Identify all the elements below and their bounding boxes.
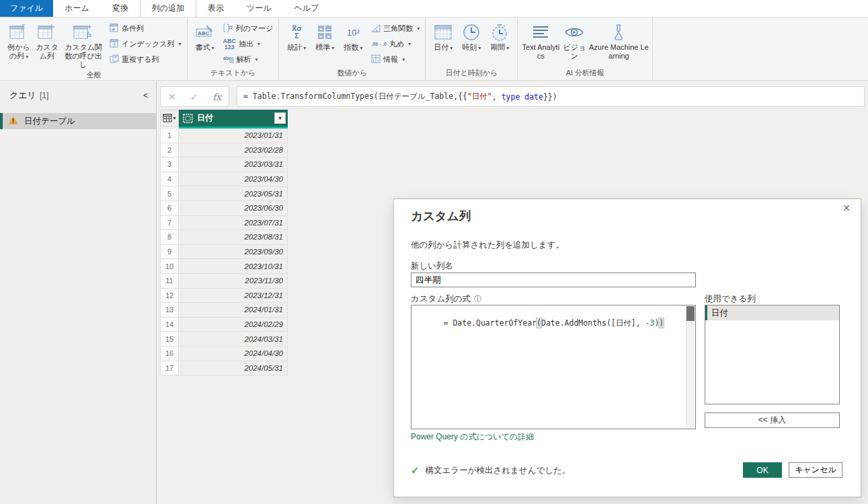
date-cell[interactable]: 2024/03/31 — [179, 332, 288, 347]
row-number[interactable]: 11 — [160, 274, 179, 289]
scientific-button[interactable]: 10² 指数▾ — [339, 18, 367, 52]
azure-ml-button[interactable]: Azure Machine Learning — [588, 18, 649, 61]
time-button[interactable]: 時刻▾ — [457, 18, 485, 52]
column-from-examples-button[interactable]: 例からの列▾ — [5, 18, 33, 61]
vision-button[interactable]: ビジョン — [560, 18, 588, 61]
available-columns-listbox[interactable]: 日付 — [705, 305, 840, 404]
power-query-help-link[interactable]: Power Query の式についての詳細 — [411, 431, 534, 443]
conditional-column-button[interactable]: ⇄ 条件列 — [108, 21, 184, 36]
button-label: インデックス列 — [122, 39, 175, 49]
row-number[interactable]: 1 — [160, 129, 179, 143]
close-dialog-icon[interactable]: ✕ — [842, 203, 851, 213]
row-number[interactable]: 2 — [160, 143, 179, 158]
row-number[interactable]: 7 — [160, 216, 179, 231]
tab-add-column[interactable]: 列の追加 — [140, 0, 196, 17]
fx-icon[interactable]: fx — [212, 92, 221, 102]
cancel-formula-icon[interactable]: ✕ — [168, 92, 176, 102]
row-number[interactable]: 9 — [160, 245, 179, 260]
dialog-title: カスタム列 — [411, 208, 471, 224]
select-all-table-button[interactable]: ▾ — [160, 110, 179, 127]
trigonometry-button[interactable]: 三角関数 ▾ — [369, 21, 422, 36]
scrollbar-thumb[interactable] — [686, 306, 695, 321]
row-number[interactable]: 4 — [160, 172, 179, 187]
group-label-ai-insights: AI 分析情報 — [521, 67, 649, 80]
tab-view[interactable]: 表示 — [196, 0, 235, 17]
formula-token: -3 — [645, 318, 655, 328]
extract-button[interactable]: ABC123 抽出 ▾ — [221, 36, 276, 52]
row-number[interactable]: 13 — [160, 303, 179, 318]
column-filter-button[interactable]: ▾ — [274, 112, 286, 124]
date-cell[interactable]: 2023/07/31 — [179, 216, 288, 231]
row-number[interactable]: 8 — [160, 230, 179, 245]
table-row: 132024/01/31 — [160, 303, 288, 318]
information-button[interactable]: 1+ 情報 ▾ — [369, 52, 422, 67]
insert-column-button[interactable]: << 挿入 — [705, 412, 840, 428]
formula-scrollbar[interactable] — [686, 306, 695, 428]
row-number[interactable]: 10 — [160, 259, 179, 274]
tab-tools[interactable]: ツール — [235, 0, 283, 17]
tab-help[interactable]: ヘルプ — [283, 0, 331, 17]
button-label: 条件列 — [122, 24, 144, 34]
date-cell[interactable]: 2023/10/31 — [179, 259, 288, 274]
commit-formula-icon[interactable]: ✓ — [190, 92, 198, 102]
table-row: 122023/12/31 — [160, 289, 288, 303]
date-cell[interactable]: 2024/02/29 — [179, 318, 288, 332]
text-analytics-button[interactable]: Text Analytics — [521, 18, 560, 61]
date-button[interactable]: 日付▾ — [429, 18, 457, 52]
index-column-icon: 12 — [110, 39, 119, 49]
date-cell[interactable]: 2024/01/31 — [179, 303, 288, 318]
date-cell[interactable]: 2023/11/30 — [179, 274, 288, 289]
date-cell[interactable]: 2023/06/30 — [179, 201, 288, 216]
custom-column-button[interactable]: カスタム列 — [33, 18, 61, 61]
standard-button[interactable]: +−÷× 標準▾ — [311, 18, 339, 52]
date-cell[interactable]: 2023/08/31 — [179, 230, 288, 245]
cancel-button[interactable]: キャンセル — [789, 462, 842, 478]
column-header-date[interactable]: 日付 ▾ — [179, 110, 288, 127]
syntax-ok-check-icon: ✓ — [411, 464, 420, 476]
parse-button[interactable]: abc 解析 ▾ — [221, 52, 276, 67]
group-label-from-text: テキストから — [191, 67, 276, 80]
row-number[interactable]: 15 — [160, 332, 179, 347]
date-cell[interactable]: 2023/05/31 — [179, 186, 288, 201]
table-lightning-icon — [9, 22, 28, 43]
merge-columns-button[interactable]: 列のマージ — [221, 21, 276, 36]
new-column-name-input[interactable] — [411, 273, 696, 287]
tab-file[interactable]: ファイル — [0, 0, 53, 17]
formula-bar-input[interactable]: = Table.TransformColumnTypes(日付テーブル_Tabl… — [237, 86, 865, 107]
row-number[interactable]: 6 — [160, 201, 179, 216]
available-column-item[interactable]: 日付 — [705, 305, 839, 320]
date-cell[interactable]: 2023/02/28 — [179, 143, 288, 158]
date-cell[interactable]: 2024/04/30 — [179, 347, 288, 361]
query-item-label: 日付テーブル — [24, 116, 75, 127]
index-column-button[interactable]: 12 インデックス列 ▾ — [108, 36, 184, 52]
row-number[interactable]: 3 — [160, 157, 179, 172]
date-cell[interactable]: 2023/12/31 — [179, 289, 288, 303]
ok-button[interactable]: OK — [743, 462, 782, 478]
row-number[interactable]: 12 — [160, 289, 179, 303]
date-cell[interactable]: 2023/04/30 — [179, 172, 288, 187]
row-number[interactable]: 17 — [160, 361, 179, 376]
date-cell[interactable]: 2024/05/31 — [179, 361, 288, 376]
query-item-date-table[interactable]: 日付テーブル — [0, 113, 156, 129]
row-number[interactable]: 5 — [160, 186, 179, 201]
row-number[interactable]: 16 — [160, 347, 179, 361]
date-cell[interactable]: 2023/01/31 — [179, 129, 288, 143]
row-number[interactable]: 14 — [160, 318, 179, 332]
date-cell[interactable]: 2023/03/31 — [179, 157, 288, 172]
button-label: 標準 — [315, 43, 330, 51]
date-cell[interactable]: 2023/09/30 — [179, 245, 288, 260]
duplicate-column-button[interactable]: 重複する列 — [108, 52, 184, 67]
duration-button[interactable]: 期間▾ — [485, 18, 514, 52]
rounding-button[interactable]: .00→.0 丸め ▾ — [369, 36, 422, 52]
format-button[interactable]: ABC 書式▾ — [191, 18, 219, 52]
custom-column-formula-input[interactable]: = Date.QuarterOfYear(Date.AddMonths([日付]… — [411, 305, 696, 429]
collapse-pane-icon[interactable]: < — [143, 91, 148, 100]
invoke-custom-function-button[interactable]: fx カスタム関数の呼び出し — [61, 18, 106, 69]
group-label-from-number: 数値から — [282, 67, 422, 80]
formula-token: = Date.QuarterOfYear — [444, 318, 537, 328]
formula-token: ) — [659, 318, 664, 328]
custom-column-formula-label: カスタム列の式 — [411, 293, 471, 305]
tab-transform[interactable]: 変換 — [101, 0, 140, 17]
statistics-button[interactable]: X̄σΣ 統計▾ — [282, 18, 311, 52]
tab-home[interactable]: ホーム — [53, 0, 101, 17]
